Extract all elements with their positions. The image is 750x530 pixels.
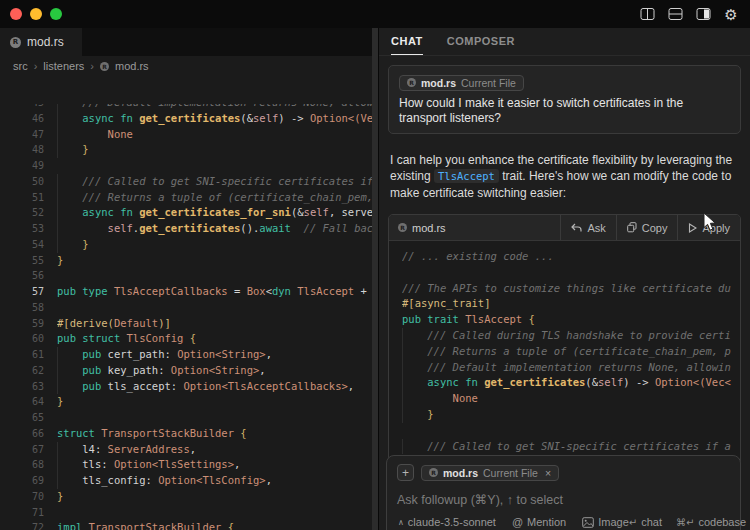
send-chat-button[interactable]: ↵chat (629, 516, 662, 528)
code-line: 46 async fn get_certificates(&self) -> O… (0, 111, 372, 127)
token: tls_config: (57, 474, 158, 486)
rust-file-icon: R (10, 37, 21, 48)
token: } (57, 490, 63, 502)
line-number: 52 (0, 205, 57, 221)
rust-file-icon: R (398, 223, 407, 232)
code-text: #[derive(Default)] (57, 316, 372, 332)
line-number: 64 (0, 394, 57, 410)
code-line (402, 423, 740, 439)
code-line: 71 (0, 505, 372, 521)
token: key_path: (108, 364, 171, 376)
chip-close-icon[interactable]: × (545, 467, 551, 479)
zoom-button[interactable] (50, 8, 62, 20)
token: /// Called to get SNI-specific certifica… (57, 175, 372, 187)
token: = (228, 285, 247, 297)
code-line: 67 l4: ServerAddress, (0, 442, 372, 458)
followup-file-chip[interactable]: R mod.rs Current File × (421, 465, 559, 481)
breadcrumb-item-listeners[interactable]: listeners (43, 60, 84, 72)
token (57, 206, 82, 218)
code-block-body: // ... existing code .../// The APIs to … (389, 241, 740, 465)
token: } (57, 238, 89, 250)
token: TransportStackBuilder (101, 427, 234, 439)
add-context-button[interactable]: + (397, 464, 414, 481)
apply-button[interactable]: Apply (677, 215, 740, 240)
code-line: } (402, 407, 740, 423)
code-text: impl TransportStackBuilder { (57, 520, 372, 530)
code-line: 69 tls_config: Option<TlsConfig>, (0, 473, 372, 489)
close-button[interactable] (10, 8, 22, 20)
chip-label: Current File (461, 77, 516, 89)
code-editor[interactable]: 45 /// Default implementation returns No… (0, 104, 372, 530)
tab-chat[interactable]: CHAT (391, 28, 423, 55)
mention-button[interactable]: @Mention (512, 516, 566, 528)
code-text: #[async_trait] (402, 296, 740, 312)
settings-gear-icon-button[interactable]: ⚙ (722, 5, 740, 23)
copy-button[interactable]: Copy (616, 215, 678, 240)
line-number: 48 (0, 142, 57, 158)
code-text (57, 505, 372, 521)
line-number: 63 (0, 379, 57, 395)
breadcrumb-separator: › (90, 60, 94, 72)
code-line (402, 265, 740, 281)
token: pub (82, 380, 107, 392)
split-rows-icon-button[interactable] (666, 5, 684, 23)
breadcrumb-item-src[interactable]: src (13, 60, 28, 72)
code-line: 61 pub cert_path: Option<String>, (0, 347, 372, 363)
code-line: /// Default implementation returns None,… (402, 360, 740, 376)
code-text: pub struct TlsConfig { (57, 331, 372, 347)
line-number: 60 (0, 331, 57, 347)
code-line: 55} (0, 253, 372, 269)
token: { (234, 427, 247, 439)
token: pub trait (402, 313, 465, 325)
code-text: struct TransportStackBuilder { (57, 426, 372, 442)
action-label: Apply (702, 222, 730, 234)
action-label: Copy (642, 222, 668, 234)
token: #[async_trait] (402, 297, 491, 309)
token: Option<TlsConfig> (158, 474, 265, 486)
code-text: tls: Option<TlsSettings>, (57, 457, 372, 473)
line-number: 66 (0, 426, 57, 442)
code-line: 45 /// Default implementation returns No… (0, 104, 372, 111)
model-selector[interactable]: ∧claude-3.5-sonnet (398, 516, 496, 528)
panel-right-icon-button[interactable] (694, 5, 712, 23)
breadcrumb-item-modrs[interactable]: mod.rs (115, 60, 149, 72)
token: async fn (82, 112, 139, 124)
code-text: // ... existing code ... (402, 249, 740, 265)
tab-composer[interactable]: COMPOSER (447, 28, 515, 55)
ask-button[interactable]: Ask (560, 215, 615, 240)
line-number: 54 (0, 237, 57, 253)
code-text: /// Returns a tuple of (certificate_chai… (57, 190, 372, 206)
code-line: /// The APIs to customize things like ce… (402, 281, 740, 297)
current-file-chip[interactable]: R mod.rs Current File (399, 75, 524, 91)
token: Option<(Vec< (655, 376, 731, 388)
token: , (348, 380, 354, 392)
code-text: async fn get_certificates_for_sni(&self,… (57, 205, 372, 221)
image-button[interactable]: Image (582, 516, 629, 528)
code-line: 56 (0, 268, 372, 284)
code-line: 58 (0, 300, 372, 316)
token: tls: (57, 458, 114, 470)
token: get_certificates_for_sni (139, 206, 291, 218)
token: /// Default implementation returns None,… (57, 104, 372, 108)
followup-placeholder[interactable]: Ask followup (⌘Y), ↑ to select (397, 492, 730, 507)
tab-mod-rs[interactable]: R mod.rs (0, 28, 82, 56)
editor-tabstrip: R mod.rs (0, 28, 378, 56)
token: self (598, 376, 623, 388)
breadcrumb-separator: › (34, 60, 38, 72)
followup-input-box[interactable]: + R mod.rs Current File × Ask followup (… (386, 455, 741, 530)
code-line: 66struct TransportStackBuilder { (0, 426, 372, 442)
traffic-lights (10, 8, 62, 20)
send-codebase-button[interactable]: ⌘↵codebase∧ (676, 516, 750, 528)
line-number: 47 (0, 127, 57, 143)
token: self (253, 112, 278, 124)
token: None (402, 392, 478, 404)
split-columns-icon-button[interactable] (638, 5, 656, 23)
token: /// Returns a tuple of (certificate_chai… (402, 345, 731, 357)
token: { (183, 332, 196, 344)
rust-file-icon: R (429, 468, 438, 477)
send-codebase-button-label: codebase (698, 516, 746, 528)
code-text: pub trait TlsAccept { (402, 312, 740, 328)
minimize-button[interactable] (30, 8, 42, 20)
token: , server_name (329, 206, 372, 218)
code-text: None (402, 391, 740, 407)
